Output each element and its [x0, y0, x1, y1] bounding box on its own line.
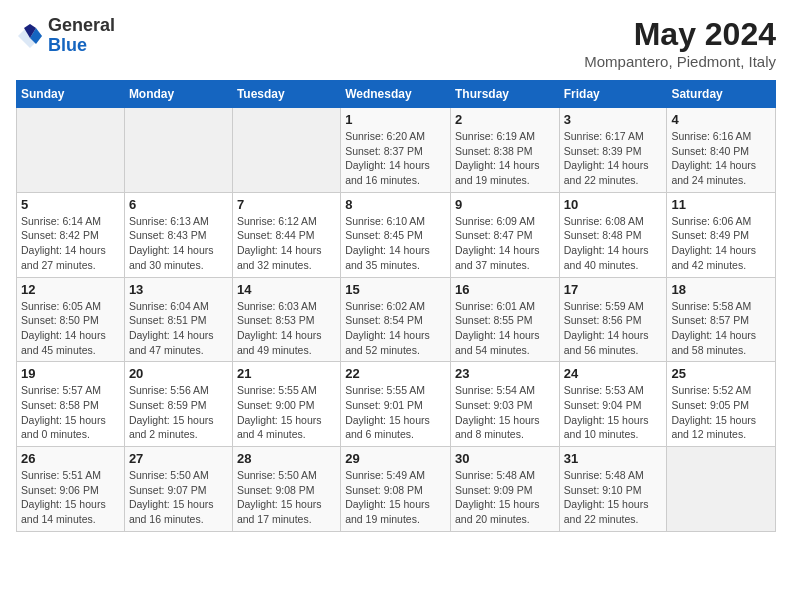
day-number: 2 — [455, 112, 555, 127]
day-info: Sunrise: 5:52 AM Sunset: 9:05 PM Dayligh… — [671, 383, 771, 442]
calendar-cell: 7Sunrise: 6:12 AM Sunset: 8:44 PM Daylig… — [232, 192, 340, 277]
day-number: 29 — [345, 451, 446, 466]
day-number: 19 — [21, 366, 120, 381]
day-info: Sunrise: 6:16 AM Sunset: 8:40 PM Dayligh… — [671, 129, 771, 188]
day-info: Sunrise: 6:17 AM Sunset: 8:39 PM Dayligh… — [564, 129, 663, 188]
calendar-cell: 18Sunrise: 5:58 AM Sunset: 8:57 PM Dayli… — [667, 277, 776, 362]
day-number: 9 — [455, 197, 555, 212]
calendar-cell: 28Sunrise: 5:50 AM Sunset: 9:08 PM Dayli… — [232, 447, 340, 532]
day-info: Sunrise: 6:19 AM Sunset: 8:38 PM Dayligh… — [455, 129, 555, 188]
day-info: Sunrise: 6:05 AM Sunset: 8:50 PM Dayligh… — [21, 299, 120, 358]
day-info: Sunrise: 6:10 AM Sunset: 8:45 PM Dayligh… — [345, 214, 446, 273]
day-info: Sunrise: 6:12 AM Sunset: 8:44 PM Dayligh… — [237, 214, 336, 273]
calendar-cell: 13Sunrise: 6:04 AM Sunset: 8:51 PM Dayli… — [124, 277, 232, 362]
calendar-week-row: 26Sunrise: 5:51 AM Sunset: 9:06 PM Dayli… — [17, 447, 776, 532]
day-info: Sunrise: 5:50 AM Sunset: 9:08 PM Dayligh… — [237, 468, 336, 527]
calendar-cell — [232, 108, 340, 193]
day-info: Sunrise: 5:54 AM Sunset: 9:03 PM Dayligh… — [455, 383, 555, 442]
calendar-cell: 2Sunrise: 6:19 AM Sunset: 8:38 PM Daylig… — [450, 108, 559, 193]
day-info: Sunrise: 6:20 AM Sunset: 8:37 PM Dayligh… — [345, 129, 446, 188]
calendar-header-row: SundayMondayTuesdayWednesdayThursdayFrid… — [17, 81, 776, 108]
day-number: 15 — [345, 282, 446, 297]
logo-icon — [16, 22, 44, 50]
calendar-cell: 16Sunrise: 6:01 AM Sunset: 8:55 PM Dayli… — [450, 277, 559, 362]
calendar-week-row: 19Sunrise: 5:57 AM Sunset: 8:58 PM Dayli… — [17, 362, 776, 447]
day-info: Sunrise: 5:55 AM Sunset: 9:01 PM Dayligh… — [345, 383, 446, 442]
calendar-cell: 9Sunrise: 6:09 AM Sunset: 8:47 PM Daylig… — [450, 192, 559, 277]
day-info: Sunrise: 5:50 AM Sunset: 9:07 PM Dayligh… — [129, 468, 228, 527]
header-friday: Friday — [559, 81, 667, 108]
calendar-cell: 5Sunrise: 6:14 AM Sunset: 8:42 PM Daylig… — [17, 192, 125, 277]
calendar-cell: 1Sunrise: 6:20 AM Sunset: 8:37 PM Daylig… — [341, 108, 451, 193]
day-info: Sunrise: 5:48 AM Sunset: 9:10 PM Dayligh… — [564, 468, 663, 527]
calendar-cell: 22Sunrise: 5:55 AM Sunset: 9:01 PM Dayli… — [341, 362, 451, 447]
calendar-cell: 15Sunrise: 6:02 AM Sunset: 8:54 PM Dayli… — [341, 277, 451, 362]
day-info: Sunrise: 5:53 AM Sunset: 9:04 PM Dayligh… — [564, 383, 663, 442]
day-number: 30 — [455, 451, 555, 466]
day-info: Sunrise: 6:13 AM Sunset: 8:43 PM Dayligh… — [129, 214, 228, 273]
day-number: 6 — [129, 197, 228, 212]
calendar-cell: 3Sunrise: 6:17 AM Sunset: 8:39 PM Daylig… — [559, 108, 667, 193]
day-number: 16 — [455, 282, 555, 297]
day-info: Sunrise: 6:14 AM Sunset: 8:42 PM Dayligh… — [21, 214, 120, 273]
calendar-week-row: 1Sunrise: 6:20 AM Sunset: 8:37 PM Daylig… — [17, 108, 776, 193]
calendar-cell — [124, 108, 232, 193]
calendar-week-row: 5Sunrise: 6:14 AM Sunset: 8:42 PM Daylig… — [17, 192, 776, 277]
day-number: 8 — [345, 197, 446, 212]
day-number: 12 — [21, 282, 120, 297]
title-block: May 2024 Mompantero, Piedmont, Italy — [584, 16, 776, 70]
day-number: 14 — [237, 282, 336, 297]
header-thursday: Thursday — [450, 81, 559, 108]
header-wednesday: Wednesday — [341, 81, 451, 108]
day-info: Sunrise: 5:57 AM Sunset: 8:58 PM Dayligh… — [21, 383, 120, 442]
logo-general-text: General — [48, 16, 115, 36]
page-header: General Blue May 2024 Mompantero, Piedmo… — [16, 16, 776, 70]
calendar-cell: 21Sunrise: 5:55 AM Sunset: 9:00 PM Dayli… — [232, 362, 340, 447]
calendar-cell — [17, 108, 125, 193]
day-number: 5 — [21, 197, 120, 212]
logo-text: General Blue — [48, 16, 115, 56]
day-info: Sunrise: 6:02 AM Sunset: 8:54 PM Dayligh… — [345, 299, 446, 358]
calendar-cell: 17Sunrise: 5:59 AM Sunset: 8:56 PM Dayli… — [559, 277, 667, 362]
header-saturday: Saturday — [667, 81, 776, 108]
logo-blue-text: Blue — [48, 36, 115, 56]
calendar-cell: 11Sunrise: 6:06 AM Sunset: 8:49 PM Dayli… — [667, 192, 776, 277]
day-info: Sunrise: 5:58 AM Sunset: 8:57 PM Dayligh… — [671, 299, 771, 358]
day-number: 26 — [21, 451, 120, 466]
header-tuesday: Tuesday — [232, 81, 340, 108]
day-info: Sunrise: 6:09 AM Sunset: 8:47 PM Dayligh… — [455, 214, 555, 273]
day-number: 20 — [129, 366, 228, 381]
day-number: 23 — [455, 366, 555, 381]
calendar-table: SundayMondayTuesdayWednesdayThursdayFrid… — [16, 80, 776, 532]
calendar-cell: 12Sunrise: 6:05 AM Sunset: 8:50 PM Dayli… — [17, 277, 125, 362]
day-number: 24 — [564, 366, 663, 381]
day-info: Sunrise: 5:48 AM Sunset: 9:09 PM Dayligh… — [455, 468, 555, 527]
calendar-cell: 24Sunrise: 5:53 AM Sunset: 9:04 PM Dayli… — [559, 362, 667, 447]
calendar-week-row: 12Sunrise: 6:05 AM Sunset: 8:50 PM Dayli… — [17, 277, 776, 362]
day-number: 31 — [564, 451, 663, 466]
day-info: Sunrise: 5:51 AM Sunset: 9:06 PM Dayligh… — [21, 468, 120, 527]
day-number: 1 — [345, 112, 446, 127]
day-number: 10 — [564, 197, 663, 212]
day-number: 7 — [237, 197, 336, 212]
calendar-cell: 25Sunrise: 5:52 AM Sunset: 9:05 PM Dayli… — [667, 362, 776, 447]
day-info: Sunrise: 5:49 AM Sunset: 9:08 PM Dayligh… — [345, 468, 446, 527]
day-number: 17 — [564, 282, 663, 297]
day-info: Sunrise: 6:01 AM Sunset: 8:55 PM Dayligh… — [455, 299, 555, 358]
day-info: Sunrise: 5:59 AM Sunset: 8:56 PM Dayligh… — [564, 299, 663, 358]
day-info: Sunrise: 6:06 AM Sunset: 8:49 PM Dayligh… — [671, 214, 771, 273]
day-number: 18 — [671, 282, 771, 297]
header-monday: Monday — [124, 81, 232, 108]
logo: General Blue — [16, 16, 115, 56]
day-number: 25 — [671, 366, 771, 381]
day-number: 11 — [671, 197, 771, 212]
day-number: 13 — [129, 282, 228, 297]
calendar-cell: 30Sunrise: 5:48 AM Sunset: 9:09 PM Dayli… — [450, 447, 559, 532]
calendar-cell: 4Sunrise: 6:16 AM Sunset: 8:40 PM Daylig… — [667, 108, 776, 193]
day-info: Sunrise: 6:03 AM Sunset: 8:53 PM Dayligh… — [237, 299, 336, 358]
day-number: 22 — [345, 366, 446, 381]
header-sunday: Sunday — [17, 81, 125, 108]
day-info: Sunrise: 6:04 AM Sunset: 8:51 PM Dayligh… — [129, 299, 228, 358]
calendar-cell: 31Sunrise: 5:48 AM Sunset: 9:10 PM Dayli… — [559, 447, 667, 532]
calendar-cell: 8Sunrise: 6:10 AM Sunset: 8:45 PM Daylig… — [341, 192, 451, 277]
